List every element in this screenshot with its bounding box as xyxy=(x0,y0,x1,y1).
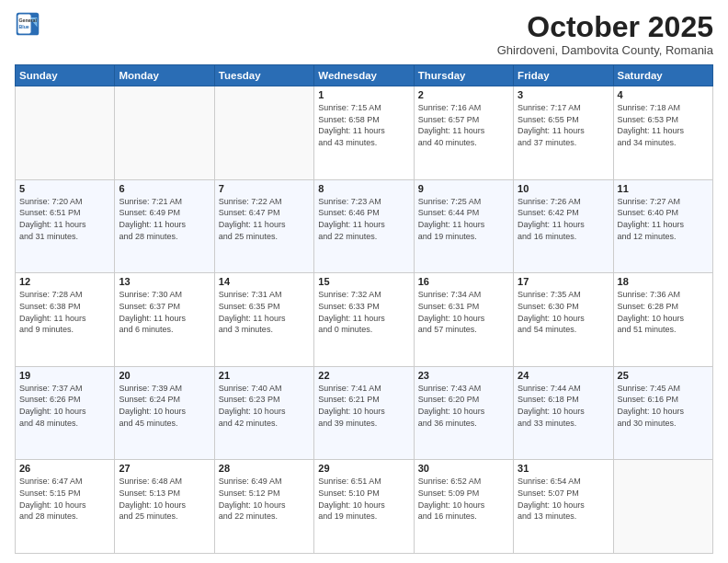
calendar-cell: 1Sunrise: 7:15 AM Sunset: 6:58 PM Daylig… xyxy=(314,86,414,180)
day-number: 14 xyxy=(219,276,310,287)
calendar-cell: 13Sunrise: 7:30 AM Sunset: 6:37 PM Dayli… xyxy=(115,273,214,367)
calendar-header-row: SundayMondayTuesdayWednesdayThursdayFrid… xyxy=(16,65,713,86)
day-number: 16 xyxy=(418,276,509,287)
day-info: Sunrise: 6:48 AM Sunset: 5:13 PM Dayligh… xyxy=(119,476,210,522)
day-number: 3 xyxy=(518,89,609,100)
calendar-cell xyxy=(613,460,712,554)
day-info: Sunrise: 7:40 AM Sunset: 6:23 PM Dayligh… xyxy=(219,383,310,429)
day-info: Sunrise: 6:51 AM Sunset: 5:10 PM Dayligh… xyxy=(318,476,409,522)
calendar-cell: 23Sunrise: 7:43 AM Sunset: 6:20 PM Dayli… xyxy=(414,366,513,460)
calendar-cell: 8Sunrise: 7:23 AM Sunset: 6:46 PM Daylig… xyxy=(314,179,414,273)
calendar-cell: 20Sunrise: 7:39 AM Sunset: 6:24 PM Dayli… xyxy=(115,366,214,460)
logo-icon: General Blue xyxy=(15,11,40,37)
logo: General Blue xyxy=(15,11,40,37)
day-info: Sunrise: 7:20 AM Sunset: 6:51 PM Dayligh… xyxy=(19,196,110,242)
day-number: 30 xyxy=(418,463,509,474)
calendar-cell: 5Sunrise: 7:20 AM Sunset: 6:51 PM Daylig… xyxy=(16,179,115,273)
calendar-table: SundayMondayTuesdayWednesdayThursdayFrid… xyxy=(15,64,713,554)
day-number: 25 xyxy=(618,370,709,381)
day-number: 23 xyxy=(418,370,509,381)
day-info: Sunrise: 7:44 AM Sunset: 6:18 PM Dayligh… xyxy=(518,383,609,429)
day-number: 29 xyxy=(318,463,409,474)
day-number: 11 xyxy=(618,183,709,194)
day-info: Sunrise: 7:31 AM Sunset: 6:35 PM Dayligh… xyxy=(219,289,310,335)
calendar-cell: 21Sunrise: 7:40 AM Sunset: 6:23 PM Dayli… xyxy=(214,366,313,460)
calendar-cell xyxy=(115,86,214,180)
day-number: 19 xyxy=(19,370,110,381)
calendar-cell: 9Sunrise: 7:25 AM Sunset: 6:44 PM Daylig… xyxy=(414,179,513,273)
calendar-cell xyxy=(16,86,115,180)
calendar-cell: 10Sunrise: 7:26 AM Sunset: 6:42 PM Dayli… xyxy=(514,179,613,273)
calendar-cell: 18Sunrise: 7:36 AM Sunset: 6:28 PM Dayli… xyxy=(613,273,712,367)
calendar-cell: 2Sunrise: 7:16 AM Sunset: 6:57 PM Daylig… xyxy=(414,86,513,180)
day-number: 13 xyxy=(119,276,210,287)
day-info: Sunrise: 7:39 AM Sunset: 6:24 PM Dayligh… xyxy=(119,383,210,429)
calendar-cell: 14Sunrise: 7:31 AM Sunset: 6:35 PM Dayli… xyxy=(214,273,313,367)
day-number: 26 xyxy=(19,463,110,474)
calendar-week-2: 5Sunrise: 7:20 AM Sunset: 6:51 PM Daylig… xyxy=(16,179,713,273)
day-number: 8 xyxy=(318,183,409,194)
day-info: Sunrise: 7:35 AM Sunset: 6:30 PM Dayligh… xyxy=(518,289,609,335)
day-info: Sunrise: 7:37 AM Sunset: 6:26 PM Dayligh… xyxy=(19,383,110,429)
calendar-cell: 24Sunrise: 7:44 AM Sunset: 6:18 PM Dayli… xyxy=(514,366,613,460)
day-info: Sunrise: 6:52 AM Sunset: 5:09 PM Dayligh… xyxy=(418,476,509,522)
calendar-week-5: 26Sunrise: 6:47 AM Sunset: 5:15 PM Dayli… xyxy=(16,460,713,554)
day-number: 20 xyxy=(119,370,210,381)
calendar-cell: 6Sunrise: 7:21 AM Sunset: 6:49 PM Daylig… xyxy=(115,179,214,273)
day-info: Sunrise: 6:54 AM Sunset: 5:07 PM Dayligh… xyxy=(518,476,609,522)
calendar-week-3: 12Sunrise: 7:28 AM Sunset: 6:38 PM Dayli… xyxy=(16,273,713,367)
calendar-cell: 25Sunrise: 7:45 AM Sunset: 6:16 PM Dayli… xyxy=(613,366,712,460)
day-number: 4 xyxy=(618,89,709,100)
day-info: Sunrise: 7:32 AM Sunset: 6:33 PM Dayligh… xyxy=(318,289,409,335)
day-info: Sunrise: 6:49 AM Sunset: 5:12 PM Dayligh… xyxy=(219,476,310,522)
day-number: 1 xyxy=(318,89,409,100)
day-info: Sunrise: 7:41 AM Sunset: 6:21 PM Dayligh… xyxy=(318,383,409,429)
calendar-cell: 11Sunrise: 7:27 AM Sunset: 6:40 PM Dayli… xyxy=(613,179,712,273)
day-info: Sunrise: 7:16 AM Sunset: 6:57 PM Dayligh… xyxy=(418,102,509,148)
day-info: Sunrise: 7:25 AM Sunset: 6:44 PM Dayligh… xyxy=(418,196,509,242)
calendar-cell: 15Sunrise: 7:32 AM Sunset: 6:33 PM Dayli… xyxy=(314,273,414,367)
month-title: October 2025 xyxy=(497,11,713,43)
calendar-cell: 19Sunrise: 7:37 AM Sunset: 6:26 PM Dayli… xyxy=(16,366,115,460)
day-number: 12 xyxy=(19,276,110,287)
day-info: Sunrise: 7:15 AM Sunset: 6:58 PM Dayligh… xyxy=(318,102,409,148)
day-info: Sunrise: 7:28 AM Sunset: 6:38 PM Dayligh… xyxy=(19,289,110,335)
calendar-cell: 31Sunrise: 6:54 AM Sunset: 5:07 PM Dayli… xyxy=(514,460,613,554)
calendar-cell: 26Sunrise: 6:47 AM Sunset: 5:15 PM Dayli… xyxy=(16,460,115,554)
day-info: Sunrise: 7:22 AM Sunset: 6:47 PM Dayligh… xyxy=(219,196,310,242)
header: General Blue October 2025 Ghirdoveni, Da… xyxy=(15,11,713,57)
day-info: Sunrise: 7:26 AM Sunset: 6:42 PM Dayligh… xyxy=(518,196,609,242)
calendar-cell: 29Sunrise: 6:51 AM Sunset: 5:10 PM Dayli… xyxy=(314,460,414,554)
calendar-cell: 12Sunrise: 7:28 AM Sunset: 6:38 PM Dayli… xyxy=(16,273,115,367)
day-number: 5 xyxy=(19,183,110,194)
calendar-cell xyxy=(214,86,313,180)
day-info: Sunrise: 6:47 AM Sunset: 5:15 PM Dayligh… xyxy=(19,476,110,522)
calendar-cell: 3Sunrise: 7:17 AM Sunset: 6:55 PM Daylig… xyxy=(514,86,613,180)
day-header-tuesday: Tuesday xyxy=(214,65,313,86)
day-number: 31 xyxy=(518,463,609,474)
day-number: 24 xyxy=(518,370,609,381)
calendar-cell: 7Sunrise: 7:22 AM Sunset: 6:47 PM Daylig… xyxy=(214,179,313,273)
day-number: 18 xyxy=(618,276,709,287)
calendar-cell: 30Sunrise: 6:52 AM Sunset: 5:09 PM Dayli… xyxy=(414,460,513,554)
calendar-week-1: 1Sunrise: 7:15 AM Sunset: 6:58 PM Daylig… xyxy=(16,86,713,180)
location: Ghirdoveni, Dambovita County, Romania xyxy=(497,43,713,57)
day-info: Sunrise: 7:27 AM Sunset: 6:40 PM Dayligh… xyxy=(618,196,709,242)
day-info: Sunrise: 7:18 AM Sunset: 6:53 PM Dayligh… xyxy=(618,102,709,148)
day-info: Sunrise: 7:45 AM Sunset: 6:16 PM Dayligh… xyxy=(618,383,709,429)
day-number: 17 xyxy=(518,276,609,287)
calendar-page: General Blue October 2025 Ghirdoveni, Da… xyxy=(0,0,728,563)
day-number: 2 xyxy=(418,89,509,100)
calendar-cell: 4Sunrise: 7:18 AM Sunset: 6:53 PM Daylig… xyxy=(613,86,712,180)
day-info: Sunrise: 7:36 AM Sunset: 6:28 PM Dayligh… xyxy=(618,289,709,335)
day-number: 6 xyxy=(119,183,210,194)
calendar-cell: 28Sunrise: 6:49 AM Sunset: 5:12 PM Dayli… xyxy=(214,460,313,554)
title-block: October 2025 Ghirdoveni, Dambovita Count… xyxy=(497,11,713,57)
day-header-sunday: Sunday xyxy=(16,65,115,86)
day-info: Sunrise: 7:34 AM Sunset: 6:31 PM Dayligh… xyxy=(418,289,509,335)
day-number: 21 xyxy=(219,370,310,381)
day-number: 7 xyxy=(219,183,310,194)
day-header-saturday: Saturday xyxy=(613,65,712,86)
day-info: Sunrise: 7:23 AM Sunset: 6:46 PM Dayligh… xyxy=(318,196,409,242)
calendar-cell: 16Sunrise: 7:34 AM Sunset: 6:31 PM Dayli… xyxy=(414,273,513,367)
